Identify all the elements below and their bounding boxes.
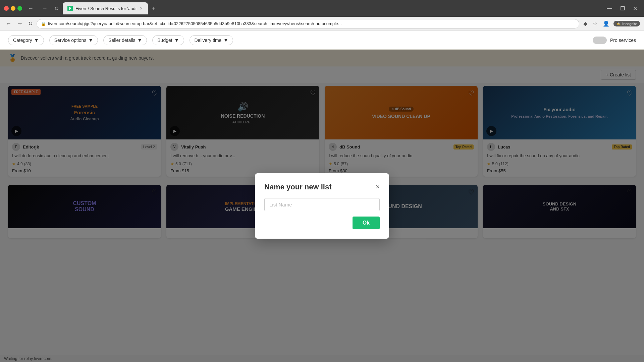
address-bar: ← → ↻ 🔒 ◆ ☆ 👤 🕵 Incognito — [0, 17, 644, 31]
dialog-title: Name your new list — [264, 183, 332, 191]
profile-button[interactable]: 👤 — [601, 19, 611, 28]
pro-services-wrap: Pro services — [593, 37, 636, 44]
reload-button[interactable]: ↻ — [53, 4, 60, 13]
tab-title: Fiverr / Search Results for 'audi — [75, 6, 137, 11]
dialog-ok-button[interactable]: Ok — [353, 217, 380, 229]
seller-details-label: Seller details — [108, 38, 135, 43]
budget-chevron-icon: ▼ — [174, 38, 179, 43]
service-options-chevron-icon: ▼ — [88, 38, 93, 43]
delivery-time-filter-button[interactable]: Delivery time ▼ — [190, 35, 233, 45]
active-tab[interactable]: F Fiverr / Search Results for 'audi × — [63, 2, 148, 14]
incognito-icon: 🕵 — [616, 21, 621, 26]
service-options-filter-button[interactable]: Service options ▼ — [49, 35, 98, 45]
bookmark-button[interactable]: ☆ — [591, 19, 599, 28]
dialog-footer: Ok — [264, 217, 380, 229]
modal-overlay: Name your new list × Ok — [0, 50, 644, 362]
incognito-label: Incognito — [622, 22, 637, 26]
pro-services-toggle[interactable] — [593, 37, 607, 44]
category-filter-button[interactable]: Category ▼ — [8, 35, 44, 45]
addr-reload-button[interactable]: ↻ — [27, 19, 34, 28]
category-chevron-icon: ▼ — [34, 38, 39, 43]
browser-chrome: ← → ↻ F Fiverr / Search Results for 'aud… — [0, 0, 644, 17]
delivery-time-chevron-icon: ▼ — [223, 38, 228, 43]
budget-label: Budget — [157, 38, 172, 43]
tab-close-button[interactable]: × — [139, 6, 143, 11]
main-content: 🏅 Discover sellers with a great track re… — [0, 50, 644, 362]
filter-bar: Category ▼ Service options ▼ Seller deta… — [0, 31, 644, 50]
budget-filter-button[interactable]: Budget ▼ — [152, 35, 184, 45]
extensions-button[interactable]: ◆ — [582, 19, 589, 28]
window-close-btn[interactable] — [4, 6, 9, 11]
address-input-wrap[interactable]: 🔒 — [37, 19, 579, 28]
tab-favicon: F — [67, 6, 73, 11]
pro-services-label: Pro services — [610, 38, 636, 43]
dialog-close-button[interactable]: × — [376, 183, 380, 191]
name-list-dialog: Name your new list × Ok — [255, 173, 389, 239]
minimize-button[interactable]: — — [604, 4, 615, 13]
forward-button[interactable]: → — [39, 4, 50, 13]
incognito-badge: 🕵 Incognito — [613, 21, 640, 26]
address-input[interactable] — [48, 21, 575, 26]
addr-forward-button[interactable]: → — [15, 19, 24, 28]
addr-back-button[interactable]: ← — [4, 19, 13, 28]
dialog-header: Name your new list × — [264, 183, 380, 191]
seller-details-chevron-icon: ▼ — [137, 38, 142, 43]
tab-bar: F Fiverr / Search Results for 'audi × + — [63, 2, 601, 14]
window-action-controls: — ❐ ✕ — [604, 4, 640, 13]
delivery-time-label: Delivery time — [195, 38, 222, 43]
restore-button[interactable]: ❐ — [618, 4, 628, 13]
window-max-btn[interactable] — [17, 6, 22, 11]
service-options-label: Service options — [54, 38, 87, 43]
list-name-input[interactable] — [264, 198, 380, 211]
window-min-btn[interactable] — [11, 6, 15, 11]
seller-details-filter-button[interactable]: Seller details ▼ — [103, 35, 147, 45]
new-tab-button[interactable]: + — [149, 4, 158, 13]
lock-icon: 🔒 — [41, 21, 46, 26]
back-button[interactable]: ← — [25, 4, 36, 13]
address-bar-icons: ◆ ☆ 👤 🕵 Incognito — [582, 19, 640, 28]
window-controls — [4, 6, 22, 11]
close-button[interactable]: ✕ — [630, 4, 640, 13]
category-label: Category — [13, 38, 32, 43]
